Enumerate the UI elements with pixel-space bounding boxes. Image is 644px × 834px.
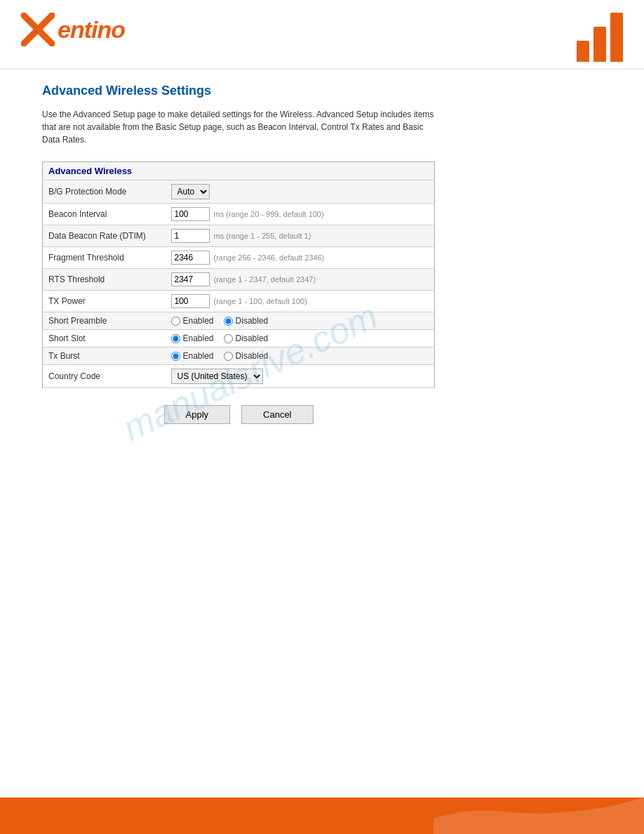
row-label: TX Power	[43, 291, 166, 312]
table-row: Short PreambleEnabledDisabled	[43, 312, 435, 330]
row-value: ms (range 1 - 255, default 1)	[166, 225, 435, 247]
radio-disabled[interactable]	[224, 352, 233, 361]
radio-enabled[interactable]	[171, 317, 180, 326]
hint-text: ms (range 1 - 255, default 1)	[214, 232, 311, 240]
row-label: Tx Burst	[43, 348, 166, 365]
input-beacon-interval[interactable]	[171, 207, 210, 221]
radio-label-enabled: Enabled	[183, 351, 214, 361]
radio-group-tx-burst: EnabledDisabled	[171, 351, 429, 361]
radio-label-enabled: Enabled	[183, 316, 214, 326]
select-country-code[interactable]: US (United States)CA (Canada)EU (Europe)	[171, 369, 263, 384]
row-label: Fragment Threshold	[43, 247, 166, 269]
page-description: Use the Advanced Setup page to make deta…	[42, 108, 435, 146]
radio-option-enabled[interactable]: Enabled	[171, 316, 214, 326]
radio-option-enabled[interactable]: Enabled	[171, 351, 214, 361]
hint-text: (range 256 - 2346, default 2346)	[214, 253, 325, 262]
button-row: Apply Cancel	[42, 405, 435, 424]
row-value: (range 1 - 100, default 100)	[166, 291, 435, 312]
bar-3	[610, 13, 623, 62]
table-row: RTS Threshold(range 1 - 2347, default 23…	[43, 269, 435, 291]
header-bars-decoration	[577, 13, 623, 62]
footer	[0, 797, 644, 834]
radio-option-disabled[interactable]: Disabled	[224, 351, 269, 361]
radio-option-disabled[interactable]: Disabled	[224, 333, 269, 343]
table-row: TX Power(range 1 - 100, default 100)	[43, 291, 435, 312]
table-row: Data Beacon Rate (DTIM)ms (range 1 - 255…	[43, 225, 435, 247]
bar-2	[593, 27, 606, 62]
select-b/g-protection-mode[interactable]: AutoOnOff	[171, 184, 210, 199]
radio-label-disabled: Disabled	[236, 351, 269, 361]
hint-text: ms (range 20 - 999, default 100)	[214, 210, 324, 218]
bar-1	[577, 41, 589, 62]
logo-brand-text: entino	[58, 16, 125, 44]
row-value: AutoOnOff	[166, 180, 435, 204]
row-value: (range 1 - 2347, default 2347)	[166, 269, 435, 291]
header: entino	[0, 0, 644, 70]
row-label: RTS Threshold	[43, 269, 166, 291]
table-row: Fragment Threshold(range 256 - 2346, def…	[43, 247, 435, 269]
page-title: Advanced Wireless Settings	[42, 84, 602, 98]
radio-label-enabled: Enabled	[183, 333, 214, 343]
row-label: Short Slot	[43, 330, 166, 348]
input-tx-power[interactable]	[171, 294, 210, 308]
row-label: Country Code	[43, 365, 166, 388]
table-row: Country CodeUS (United States)CA (Canada…	[43, 365, 435, 388]
row-label: B/G Protection Mode	[43, 180, 166, 204]
table-row: Short SlotEnabledDisabled	[43, 330, 435, 348]
input-data-beacon-rate-dtim-[interactable]	[171, 229, 210, 243]
logo: entino	[21, 13, 125, 46]
radio-enabled[interactable]	[171, 352, 180, 361]
row-value: EnabledDisabled	[166, 348, 435, 365]
radio-group-short-preamble: EnabledDisabled	[171, 316, 429, 326]
table-row: Tx BurstEnabledDisabled	[43, 348, 435, 365]
row-value: ms (range 20 - 999, default 100)	[166, 204, 435, 225]
row-label: Short Preamble	[43, 312, 166, 330]
row-value: EnabledDisabled	[166, 312, 435, 330]
radio-label-disabled: Disabled	[236, 333, 269, 343]
main-content: Advanced Wireless Settings Use the Advan…	[0, 70, 644, 452]
radio-disabled[interactable]	[224, 334, 233, 343]
row-value: US (United States)CA (Canada)EU (Europe)	[166, 365, 435, 388]
hint-text: (range 1 - 100, default 100)	[214, 297, 307, 305]
radio-group-short-slot: EnabledDisabled	[171, 333, 429, 343]
cancel-button[interactable]: Cancel	[241, 405, 313, 424]
row-label: Data Beacon Rate (DTIM)	[43, 225, 166, 247]
radio-option-enabled[interactable]: Enabled	[171, 333, 214, 343]
apply-button[interactable]: Apply	[164, 405, 231, 424]
radio-option-disabled[interactable]: Disabled	[224, 316, 269, 326]
advanced-wireless-table: Advanced Wireless B/G Protection ModeAut…	[42, 161, 435, 388]
row-label: Beacon Interval	[43, 204, 166, 225]
table-row: Beacon Intervalms (range 20 - 999, defau…	[43, 204, 435, 225]
radio-label-disabled: Disabled	[236, 316, 269, 326]
table-row: B/G Protection ModeAutoOnOff	[43, 180, 435, 204]
hint-text: (range 1 - 2347, default 2347)	[214, 275, 316, 284]
table-header: Advanced Wireless	[43, 162, 435, 180]
input-fragment-threshold[interactable]	[171, 251, 210, 265]
footer-wave	[434, 797, 644, 834]
radio-disabled[interactable]	[224, 317, 233, 326]
radio-enabled[interactable]	[171, 334, 180, 343]
row-value: EnabledDisabled	[166, 330, 435, 348]
row-value: (range 256 - 2346, default 2346)	[166, 247, 435, 269]
xentino-x-icon	[21, 13, 55, 46]
input-rts-threshold[interactable]	[171, 272, 210, 286]
